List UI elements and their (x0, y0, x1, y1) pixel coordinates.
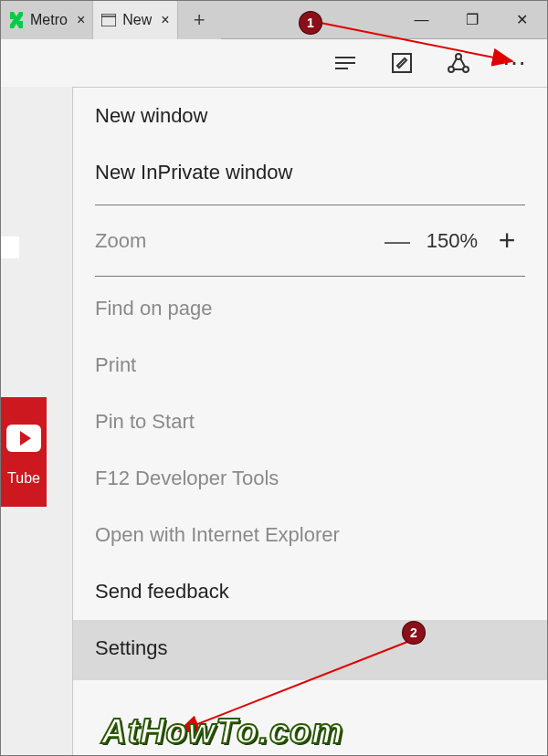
menu-settings[interactable]: Settings (73, 620, 547, 680)
background-tile-strip (1, 236, 19, 258)
close-icon: ✕ (516, 11, 528, 28)
svg-rect-5 (393, 54, 411, 72)
tab-close-icon[interactable]: × (161, 12, 169, 28)
annotation-callout-2: 2 (403, 622, 425, 644)
menu-send-feedback[interactable]: Send feedback (73, 563, 547, 620)
menu-devtools[interactable]: F12 Developer Tools (73, 450, 547, 507)
zoom-in-button[interactable]: + (489, 224, 525, 257)
tab-label: Metro (30, 12, 68, 28)
new-tab-button[interactable]: + (177, 1, 221, 39)
youtube-tile-label: Tube (7, 470, 40, 487)
watermark-text: AtHowTo.com (101, 712, 343, 751)
page-icon (100, 12, 117, 28)
reading-view-button[interactable] (332, 49, 359, 77)
zoom-label: Zoom (95, 229, 146, 253)
web-note-button[interactable] (388, 49, 416, 77)
reading-view-icon (333, 54, 357, 72)
web-note-icon (391, 52, 413, 74)
more-actions-button[interactable]: ⋯ (501, 49, 529, 77)
menu-separator (95, 276, 525, 277)
svg-point-8 (463, 67, 469, 72)
plus-icon: + (194, 8, 206, 32)
toolbar: ⋯ (1, 39, 547, 87)
menu-separator (95, 205, 525, 205)
close-window-button[interactable]: ✕ (497, 1, 547, 38)
share-button[interactable] (445, 49, 472, 77)
menu-open-ie[interactable]: Open with Internet Explorer (73, 507, 547, 563)
share-icon (447, 51, 470, 75)
menu-new-inprivate[interactable]: New InPrivate window (73, 144, 547, 201)
menu-pin-to-start[interactable]: Pin to Start (73, 394, 547, 450)
menu-new-window[interactable]: New window (73, 88, 547, 144)
annotation-callout-1: 1 (300, 12, 321, 34)
tab-close-icon[interactable]: × (77, 12, 85, 28)
maximize-button[interactable]: ❐ (447, 1, 497, 38)
tab-label: New (122, 12, 152, 28)
window-controls: — ❐ ✕ (396, 1, 547, 38)
zoom-out-button[interactable]: — (379, 226, 416, 256)
maximize-icon: ❐ (466, 11, 479, 28)
minimize-button[interactable]: — (396, 1, 447, 38)
more-actions-menu: New window New InPrivate window Zoom — 1… (72, 87, 547, 755)
deviantart-icon (8, 12, 25, 28)
youtube-tile[interactable]: Tube (1, 397, 47, 507)
youtube-icon (6, 425, 41, 452)
tab-metro[interactable]: Metro × (1, 1, 92, 39)
menu-print[interactable]: Print (73, 337, 547, 394)
svg-point-7 (448, 67, 454, 72)
svg-rect-0 (101, 14, 116, 26)
zoom-value: 150% (416, 229, 489, 253)
more-icon: ⋯ (502, 49, 528, 78)
minimize-icon: — (415, 12, 429, 28)
title-bar: Metro × New × + — ❐ ✕ (1, 1, 547, 39)
menu-find-on-page[interactable]: Find on page (73, 280, 547, 337)
tab-new[interactable]: New × (92, 1, 176, 39)
menu-zoom-row: Zoom — 150% + (73, 209, 547, 272)
